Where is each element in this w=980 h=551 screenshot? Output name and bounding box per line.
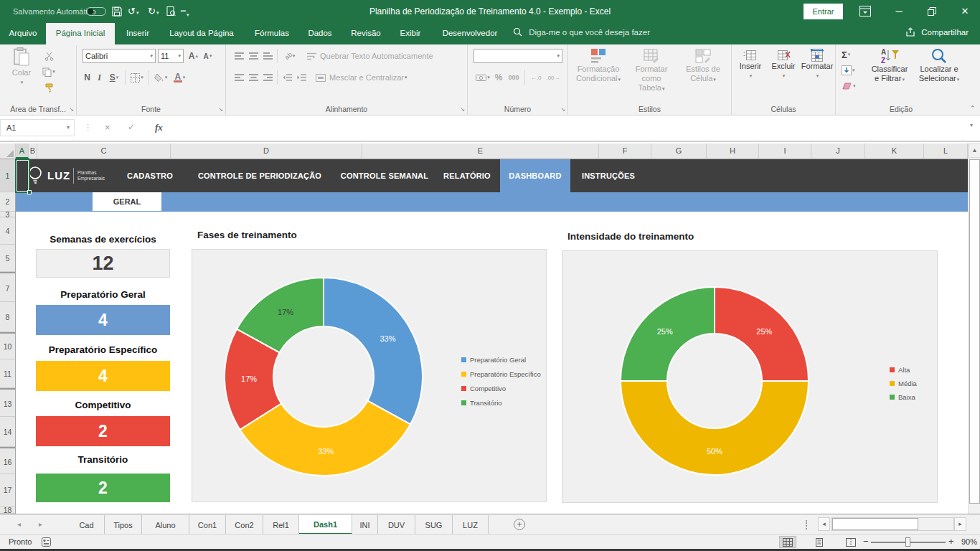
- tab-splitter-handle[interactable]: [806, 520, 809, 529]
- orientation-button[interactable]: ab▾: [280, 49, 300, 63]
- nav-item-instrucoes[interactable]: INSTRUÇÕES: [572, 159, 645, 192]
- italic-button[interactable]: I: [93, 70, 105, 85]
- collapse-ribbon-icon[interactable]: ⌃: [970, 105, 976, 112]
- row-header-13[interactable]: 13: [0, 391, 15, 417]
- decrease-decimal-button[interactable]: ,00→: [545, 70, 562, 85]
- sign-in-button[interactable]: Entrar: [804, 4, 843, 19]
- ribbon-tab-layout-da-pagina[interactable]: Layout da Página: [161, 23, 242, 43]
- accounting-format-button[interactable]: ▾: [473, 70, 492, 85]
- column-header-G[interactable]: G: [651, 143, 707, 159]
- zoom-level-value[interactable]: 90%: [957, 537, 977, 546]
- chart-panel-fases-de-treinamento[interactable]: 33%33%17%17%Preparatório GeralPreparatór…: [192, 249, 547, 502]
- ribbon-tab-desenvolvedor[interactable]: Desenvolvedor: [432, 23, 508, 43]
- sheet-tab-duv[interactable]: DUV: [378, 515, 415, 534]
- sheet-tab-aluno[interactable]: Aluno: [142, 515, 189, 534]
- align-middle-button[interactable]: [246, 49, 260, 63]
- insert-cells-button[interactable]: Inserir ▾: [735, 49, 766, 80]
- align-bottom-button[interactable]: [260, 49, 275, 63]
- increase-indent-button[interactable]: [294, 70, 308, 85]
- cell-styles-button[interactable]: Estilos de Célula▾: [677, 47, 729, 84]
- row-header-1[interactable]: 1: [0, 159, 15, 192]
- column-header-H[interactable]: H: [707, 143, 759, 159]
- row-header-7[interactable]: 7: [0, 275, 15, 302]
- column-header-J[interactable]: J: [811, 143, 865, 159]
- column-header-C[interactable]: C: [37, 143, 171, 159]
- name-box[interactable]: A1▾: [0, 119, 75, 136]
- number-dialog-launcher-icon[interactable]: ↘: [559, 105, 567, 113]
- sheet-tab-cad[interactable]: Cad: [69, 515, 105, 534]
- cancel-entry-icon[interactable]: ×: [105, 122, 110, 133]
- font-size-combo[interactable]: 11▾: [158, 49, 184, 63]
- row-header-18[interactable]: 18: [0, 507, 15, 514]
- cut-button[interactable]: [42, 49, 56, 63]
- nav-item-dashboard[interactable]: DASHBOARD: [500, 159, 570, 192]
- percent-style-button[interactable]: %: [492, 70, 505, 85]
- share-button[interactable]: Compartilhar: [905, 27, 969, 37]
- align-top-button[interactable]: [232, 49, 246, 63]
- new-sheet-button[interactable]: +: [514, 519, 525, 530]
- column-header-A[interactable]: A: [16, 143, 29, 159]
- increase-decimal-button[interactable]: ←,0: [527, 70, 545, 85]
- chart-panel-intensidade-do-treinamento[interactable]: 25%50%25%AltaMédiaBaixa: [562, 250, 938, 503]
- column-header-F[interactable]: F: [599, 143, 651, 159]
- format-painter-button[interactable]: [42, 80, 56, 95]
- clipboard-dialog-launcher-icon[interactable]: ↘: [67, 105, 75, 113]
- align-right-button[interactable]: [260, 70, 275, 85]
- sheet-tab-con1[interactable]: Con1: [189, 515, 226, 534]
- column-header-D[interactable]: D: [171, 143, 362, 159]
- view-normal-button[interactable]: [779, 536, 796, 548]
- font-name-combo[interactable]: Calibri▾: [83, 49, 156, 63]
- vertical-scroll-thumb[interactable]: [969, 159, 980, 504]
- nav-item-relatorio[interactable]: RELATÓRIO: [438, 159, 496, 192]
- underline-button[interactable]: S▾: [105, 70, 123, 85]
- alignment-dialog-launcher-icon[interactable]: ↘: [458, 105, 466, 113]
- sheet-tab-con2[interactable]: Con2: [226, 515, 263, 534]
- tell-me-search[interactable]: Diga-me o que você deseja fazer: [513, 27, 650, 37]
- ribbon-tab-arquivo[interactable]: Arquivo: [4, 23, 42, 43]
- decrease-font-size-button[interactable]: A▼: [201, 49, 215, 63]
- hscroll-left-button[interactable]: ◂: [818, 517, 830, 531]
- restore-button[interactable]: [923, 6, 941, 20]
- nav-item-cadastro[interactable]: CADASTRO: [115, 159, 185, 192]
- nav-item-controle-de-periodizacao[interactable]: CONTROLE DE PERIODIZAÇÃO: [188, 159, 331, 192]
- row-header-10[interactable]: 10: [0, 334, 15, 359]
- formula-bar-expand-icon[interactable]: ▾: [970, 122, 973, 128]
- column-header-I[interactable]: I: [759, 143, 811, 159]
- delete-cells-button[interactable]: Excluir ▾: [768, 49, 799, 80]
- fill-color-button[interactable]: ▾: [151, 70, 170, 85]
- ribbon-tab-formulas[interactable]: Fórmulas: [247, 23, 297, 43]
- format-cells-button[interactable]: Formatar ▾: [801, 49, 834, 80]
- merge-center-button[interactable]: Mesclar e Centralizar ▾: [316, 73, 407, 82]
- close-button[interactable]: ✕: [956, 4, 974, 19]
- increase-font-size-button[interactable]: A▲: [187, 49, 201, 63]
- font-color-button[interactable]: A ▾: [170, 70, 189, 85]
- zoom-in-icon[interactable]: +: [948, 536, 954, 547]
- row-header-3[interactable]: 3: [0, 212, 15, 217]
- clear-button[interactable]: ▾: [842, 79, 856, 93]
- ribbon-tab-inserir[interactable]: Inserir: [119, 23, 156, 43]
- sort-filter-button[interactable]: AZ Classificar e Filtrar▾: [866, 47, 913, 84]
- row-header-14[interactable]: 14: [0, 417, 15, 447]
- fill-handle[interactable]: [27, 190, 32, 194]
- conditional-formatting-button[interactable]: Formatação Condicional▾: [573, 47, 624, 84]
- ribbon-tab-pagina-inicial[interactable]: Página Inicial: [46, 23, 115, 45]
- sheet-nav-right-icon[interactable]: ▸: [39, 520, 42, 528]
- column-header-K[interactable]: K: [865, 143, 924, 159]
- ribbon-tab-dados[interactable]: Dados: [301, 23, 339, 43]
- sheet-tab-ini[interactable]: INI: [352, 515, 378, 534]
- namebox-splitter-icon[interactable]: ⋮: [83, 122, 93, 133]
- decrease-indent-button[interactable]: [280, 70, 294, 85]
- font-dialog-launcher-icon[interactable]: ↘: [217, 105, 225, 113]
- borders-button[interactable]: ▾: [128, 70, 146, 85]
- view-page-break-button[interactable]: [842, 536, 859, 548]
- hscroll-right-button[interactable]: ▸: [954, 517, 966, 531]
- sheet-nav-left-icon[interactable]: ◂: [17, 520, 21, 528]
- zoom-out-icon[interactable]: −: [863, 536, 869, 547]
- insert-function-icon[interactable]: fx: [155, 122, 163, 133]
- format-as-table-button[interactable]: Formatar como Tabela▾: [626, 47, 677, 93]
- minimize-button[interactable]: ─: [890, 4, 908, 19]
- horizontal-scroll-thumb[interactable]: [832, 518, 918, 530]
- copy-dropdown-icon[interactable]: ▾: [52, 69, 55, 75]
- autosum-button[interactable]: Σ▾: [842, 47, 850, 62]
- row-header-16[interactable]: 16: [0, 450, 15, 474]
